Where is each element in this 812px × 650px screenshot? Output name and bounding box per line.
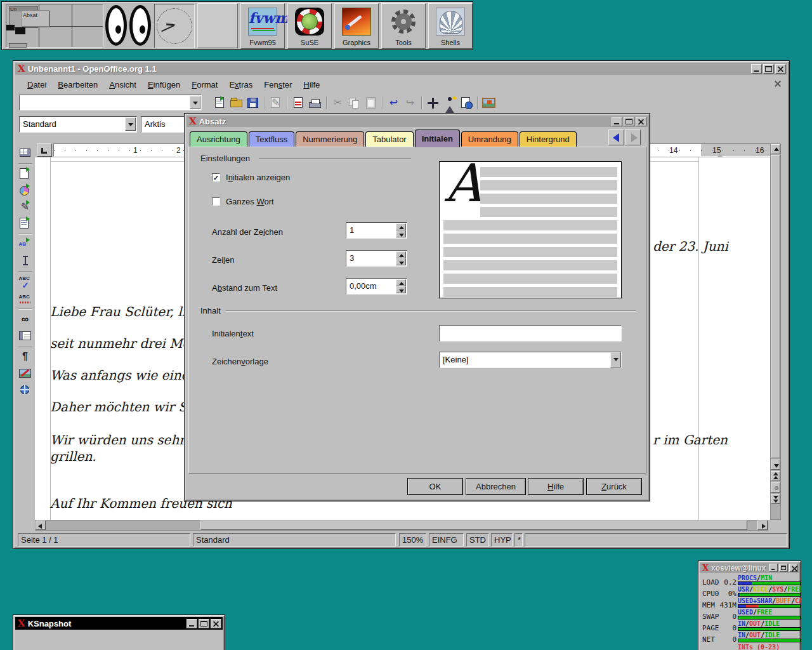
menu-item[interactable]: Einfügen [142, 77, 186, 92]
tab-type-selector[interactable] [37, 143, 52, 157]
cancel-button[interactable]: Abbrechen [466, 478, 526, 495]
xosview-titlebar[interactable]: X xosview@linux [700, 562, 799, 573]
autotext-button[interactable]: AB [17, 237, 34, 252]
stylist-button[interactable] [442, 95, 457, 110]
formatting-marks-button[interactable]: ¶ [17, 349, 34, 364]
gallery-button[interactable] [481, 95, 497, 110]
statusbar-field[interactable]: 150% [399, 533, 426, 547]
minimize-button[interactable] [751, 64, 762, 74]
insert-table-button[interactable] [17, 145, 34, 161]
hyperlink-button[interactable] [458, 95, 474, 110]
export-pdf-button[interactable] [291, 95, 306, 110]
vertical-scroll-thumb[interactable] [771, 155, 780, 458]
statusbar-field[interactable]: HYP [491, 533, 513, 547]
spin-up-button[interactable] [396, 223, 406, 230]
autospellcheck-button[interactable]: ABC [17, 291, 34, 306]
window-titlebar[interactable]: X Unbenannt1 - OpenOffice.org 1.1 [15, 63, 787, 75]
dialog-tab[interactable]: Initialen [415, 129, 460, 147]
pager-mini-window[interactable] [15, 27, 25, 34]
pager-mini-window[interactable] [6, 25, 15, 30]
help-button[interactable]: Hilfe [528, 478, 584, 495]
xosview-minimize-button[interactable] [769, 564, 778, 572]
number-of-characters-spinner[interactable]: 1 [346, 222, 407, 239]
dialog-tab[interactable]: Nummerierung [296, 131, 364, 147]
form-functions-button[interactable] [17, 216, 34, 231]
previous-page-button[interactable] [771, 471, 780, 481]
spin-down-button[interactable] [396, 230, 406, 237]
taskbar-button-fvwm95[interactable]: fvwm Fvwm95 [240, 3, 285, 49]
spin-up-button[interactable] [396, 279, 406, 286]
ok-button[interactable]: OK [407, 478, 463, 495]
ksnapshot-maximize-button[interactable] [199, 619, 209, 628]
scroll-left-button[interactable] [36, 521, 46, 530]
statusbar-field[interactable] [525, 533, 787, 547]
show-dropcaps-checkbox[interactable]: ✓ [212, 173, 220, 182]
save-button[interactable] [245, 95, 261, 110]
tab-scroll-left-button[interactable] [608, 129, 624, 145]
scroll-down-button[interactable] [771, 460, 780, 470]
dialog-tab[interactable]: Textfluss [249, 131, 295, 147]
scroll-up-button[interactable] [771, 144, 780, 154]
style-dropdown-icon[interactable] [125, 117, 136, 131]
url-dropdown-icon[interactable] [190, 96, 200, 109]
dropcap-text-input[interactable] [441, 327, 606, 340]
undo-button[interactable]: ↩ [386, 95, 402, 110]
statusbar-field[interactable]: STD [466, 533, 489, 547]
paste-button[interactable] [363, 95, 379, 110]
statusbar-field[interactable]: Seite 1 / 1 [18, 533, 190, 547]
tab-scroll-right-button[interactable] [625, 129, 641, 145]
insert-button[interactable] [17, 166, 34, 182]
new-document-button[interactable] [212, 95, 228, 110]
redo-button[interactable]: ↪ [402, 95, 418, 110]
document-text-line[interactable]: grillen. [50, 449, 96, 464]
whole-word-label[interactable]: Ganzes Wort [226, 197, 274, 206]
spinner-value[interactable]: 0,00cm [350, 281, 377, 291]
dialog-close-button[interactable] [636, 117, 646, 126]
lines-spinner[interactable]: 3 [346, 250, 407, 267]
menu-item[interactable]: Format [186, 77, 223, 92]
navigation-dot-button[interactable] [771, 482, 780, 493]
print-button[interactable] [307, 95, 323, 110]
spin-down-button[interactable] [396, 258, 406, 265]
character-style-dropdown-icon[interactable] [610, 352, 621, 368]
horizontal-scrollbar[interactable] [35, 520, 768, 531]
url-input[interactable] [21, 96, 188, 109]
online-layout-button[interactable] [17, 382, 34, 397]
dialog-titlebar[interactable]: X Absatz [187, 116, 648, 127]
taskbar-button-suse[interactable]: SuSE [287, 3, 332, 49]
document-text-line[interactable]: der 23. Juni [653, 239, 728, 254]
ksnapshot-titlebar[interactable]: X KSnapshot [15, 617, 223, 630]
menu-item[interactable]: Hilfe [298, 77, 325, 92]
dialog-tab[interactable]: Tabulator [365, 131, 413, 147]
url-combobox[interactable] [19, 95, 202, 110]
close-button[interactable] [775, 64, 786, 74]
whole-word-checkbox[interactable] [212, 197, 220, 206]
data-sources-button[interactable] [17, 328, 34, 343]
dialog-tab[interactable]: Ausrichtung [190, 131, 247, 147]
horizontal-scroll-thumb[interactable] [200, 521, 747, 530]
show-dropcaps-label[interactable]: Initialen anzeigen [226, 173, 290, 182]
document-close-icon[interactable] [774, 80, 782, 88]
find-replace-button[interactable]: ∞ [17, 312, 34, 327]
direct-cursor-button[interactable] [17, 253, 34, 269]
spin-up-button[interactable] [396, 251, 406, 258]
copy-button[interactable] [346, 95, 362, 110]
desktop-pager[interactable]: Un Absat [6, 4, 103, 48]
edit-file-button[interactable]: ✎ [268, 95, 284, 110]
ksnapshot-close-button[interactable] [211, 619, 221, 628]
taskbar-button-graphics[interactable]: Graphics [334, 3, 379, 49]
dialog-tab[interactable]: Hintergrund [520, 131, 577, 147]
xosview-close-button[interactable] [789, 564, 798, 572]
reset-button[interactable]: Zurück [586, 478, 642, 495]
scroll-right-button[interactable] [757, 521, 768, 530]
pager-mini-window[interactable] [9, 43, 27, 48]
spinner-value[interactable]: 3 [350, 253, 354, 263]
images-onoff-button[interactable] [17, 366, 34, 381]
vertical-scrollbar[interactable] [770, 143, 781, 520]
taskbar-button-shells[interactable]: Shells [428, 3, 473, 49]
distance-to-text-spinner[interactable]: 0,00cm [346, 278, 407, 295]
spellcheck-button[interactable]: ABC✓ [17, 274, 34, 289]
character-style-dropdown[interactable]: [Keine] [439, 352, 622, 368]
dialog-minimize-button[interactable] [612, 117, 622, 126]
next-page-button[interactable] [771, 494, 780, 504]
